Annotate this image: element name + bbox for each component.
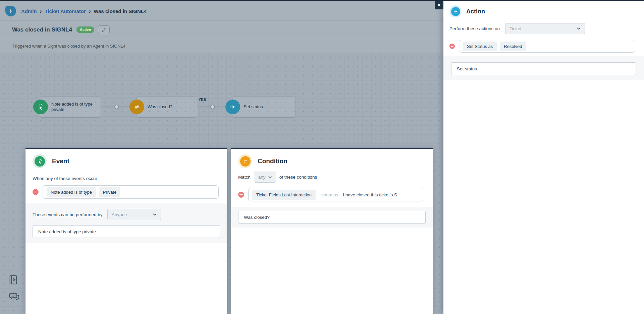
chevron-down-icon: [153, 213, 157, 216]
action-icon-ring: [449, 5, 462, 17]
action-arrow-icon: [225, 100, 240, 114]
event-rule-row: Note added is of type Private: [25, 181, 227, 199]
perform-target-select[interactable]: Ticket: [505, 23, 585, 34]
workflow-edge-handle[interactable]: [210, 105, 215, 109]
performed-by-select[interactable]: Anyone: [107, 209, 161, 220]
condition-panel-header: Condition: [231, 149, 433, 168]
event-panel-title: Event: [52, 158, 69, 165]
breadcrumb-separator: ›: [40, 8, 42, 14]
condition-icon-ring: [238, 154, 252, 168]
match-row: Match any of these conditions: [231, 168, 433, 183]
condition-summary-text: Was closed?: [244, 215, 270, 220]
event-intro-text: When any of these events occur: [25, 168, 227, 181]
chevron-down-icon: [577, 27, 581, 30]
action-summary-input[interactable]: Set status: [451, 62, 636, 75]
breadcrumb-link-ticket-automator[interactable]: Ticket Automator: [45, 8, 86, 14]
event-click-icon: [35, 156, 45, 167]
condition-operator: contains: [321, 192, 338, 197]
workflow-node-label: Set status: [244, 104, 263, 110]
condition-summary-input[interactable]: Was closed?: [238, 211, 426, 224]
event-panel: Event When any of these events occur Not…: [25, 148, 227, 314]
title-bar: Was closed in SIGNL4 Active: [0, 20, 443, 39]
match-type-select[interactable]: any: [254, 172, 276, 183]
event-summary-text: Note added is of type private: [38, 229, 96, 234]
workflow-node-condition[interactable]: Was closed?: [136, 96, 197, 118]
match-type-value: any: [258, 175, 266, 180]
match-label-prefix: Match: [238, 175, 251, 180]
breadcrumb-link-admin[interactable]: Admin: [21, 8, 37, 14]
performed-by-row: These events can be performed by Anyone: [33, 209, 220, 220]
chat-feedback-icon[interactable]: [9, 292, 20, 303]
action-arrow-icon: [451, 7, 460, 16]
condition-field-chip: Ticket Fields.Last Interaction: [252, 190, 316, 200]
remove-action-rule-button[interactable]: [449, 44, 455, 49]
workflow-canvas: Note added is of type private Was closed…: [0, 53, 443, 314]
action-panel-header: Action: [443, 0, 644, 17]
condition-panel-title: Condition: [258, 158, 287, 165]
edit-title-button[interactable]: [98, 25, 110, 34]
trigger-description: Triggered when a Signl was closed by an …: [12, 44, 125, 49]
workflow-edge-handle[interactable]: [114, 105, 119, 109]
breadcrumb-separator: ›: [89, 8, 91, 14]
perform-actions-row: Perform these actions on Ticket: [443, 17, 644, 34]
action-summary-text: Set status: [457, 66, 477, 71]
close-icon: ✕: [437, 3, 441, 8]
remove-condition-rule-button[interactable]: [238, 192, 244, 198]
perform-actions-label: Perform these actions on: [449, 26, 500, 31]
event-rule-chip: Note added is of type: [47, 187, 96, 197]
action-rule-row: Set Status as Resolved: [443, 34, 644, 53]
breadcrumb-bar: Admin › Ticket Automator › Was closed in…: [0, 0, 443, 20]
edge-yes-label: YES: [199, 98, 206, 102]
condition-sliders-icon: [129, 100, 144, 114]
event-icon-ring: [33, 154, 47, 168]
pencil-icon: [101, 27, 106, 32]
lightning-logo-icon: [8, 8, 14, 14]
ticket-automator-logo: [5, 6, 16, 16]
performed-by-label: These events can be performed by: [33, 212, 103, 217]
status-badge: Active: [76, 26, 94, 33]
event-performer-section: These events can be performed by Anyone …: [25, 203, 227, 243]
guide-book-icon[interactable]: [9, 275, 18, 286]
workflow-node-label: Was closed?: [148, 104, 172, 110]
page-title: Was closed in SIGNL4: [12, 26, 72, 33]
close-panel-button[interactable]: ✕: [435, 1, 443, 9]
action-rule-chip: Resolved: [500, 42, 526, 51]
action-summary-section: Set status: [443, 56, 644, 80]
event-summary-input[interactable]: Note added is of type private: [33, 225, 220, 238]
action-panel: ✕ Action Perform these actions on Ticket…: [443, 0, 644, 314]
condition-rule-row: Ticket Fields.Last Interaction contains …: [231, 184, 433, 201]
workflow-node-label: Note added is of type private: [51, 102, 97, 113]
condition-rule-input[interactable]: Ticket Fields.Last Interaction contains …: [248, 188, 424, 201]
workflow-node-event[interactable]: Note added is of type private: [40, 96, 101, 118]
performed-by-value: Anyone: [112, 212, 127, 217]
event-panel-header: Event: [25, 149, 227, 168]
event-rule-input[interactable]: Note added is of type Private: [43, 185, 219, 199]
condition-summary-section: Was closed?: [231, 207, 433, 228]
action-panel-title: Action: [466, 8, 485, 15]
action-rule-input[interactable]: Set Status as Resolved: [459, 40, 635, 53]
trigger-description-bar: Triggered when a Signl was closed by an …: [0, 39, 443, 53]
breadcrumb: Admin › Ticket Automator › Was closed in…: [21, 8, 147, 14]
chevron-down-icon: [268, 176, 272, 178]
match-label-suffix: of these conditions: [279, 175, 317, 180]
condition-panel: Condition Match any of these conditions …: [231, 148, 433, 314]
main-region: Admin › Ticket Automator › Was closed in…: [0, 0, 443, 314]
workflow-node-action[interactable]: Set status: [232, 96, 296, 118]
condition-sliders-icon: [240, 156, 251, 167]
event-rule-chip: Private: [99, 187, 120, 197]
remove-event-rule-button[interactable]: [33, 189, 39, 195]
event-click-icon: [33, 100, 48, 114]
window-top-edge: [0, 0, 644, 1]
condition-value: I have closed this ticket's S: [343, 192, 397, 197]
perform-target-value: Ticket: [509, 26, 522, 31]
breadcrumb-current: Was closed in SIGNL4: [94, 8, 147, 14]
action-rule-chip: Set Status as: [463, 42, 497, 51]
